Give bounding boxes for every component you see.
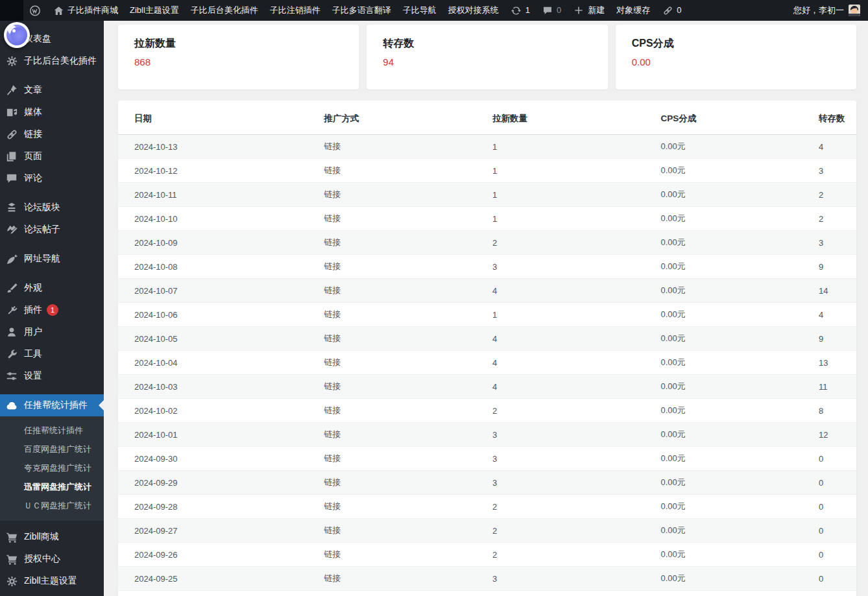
table-cell: 3 [492, 471, 660, 495]
sidebar-item-logout-plugin[interactable]: 子比注销插件 [0, 592, 104, 596]
new-content-menu[interactable]: 新建 [567, 0, 610, 21]
plus-icon [573, 5, 585, 16]
table-cell: 2024-10-11 [118, 183, 324, 207]
sidebar-item-tools[interactable]: 工具 [0, 343, 104, 365]
sidebar-label: 设置 [24, 370, 42, 382]
table-cell: 2 [492, 519, 660, 543]
table-cell: 3 [819, 231, 856, 255]
table-cell: 链接 [324, 159, 492, 183]
table-cell: 链接 [324, 471, 492, 495]
table-cell: 链接 [324, 255, 492, 279]
table-cell: 0.00元 [660, 495, 819, 519]
link-counter-menu[interactable]: 0 [656, 0, 687, 21]
sidebar-label: 链接 [24, 128, 42, 140]
sidebar-label: Zibll主题设置 [24, 575, 77, 587]
table-cell: 链接 [324, 591, 492, 596]
table-row: 2024-10-10链接10.00元2 [118, 207, 856, 231]
user-greeting[interactable]: 您好，李初一 [793, 5, 844, 16]
admin-bar: 子比插件商城 Zibll主题设置 子比后台美化插件 子比注销插件 子比多语言翻译… [0, 0, 868, 21]
table-cell: 2024-09-30 [118, 447, 324, 471]
sidebar-item-stats-plugin[interactable]: 任推帮统计插件 [0, 394, 104, 416]
table-cell: 2024-10-04 [118, 351, 324, 375]
table-row: 2024-09-30链接30.00元0 [118, 447, 856, 471]
topbar-item-multilang[interactable]: 子比多语言翻译 [326, 0, 397, 21]
topbar-item-backend-beautify[interactable]: 子比后台美化插件 [185, 0, 264, 21]
table-cell: 链接 [324, 447, 492, 471]
stats-plugin-submenu: 任推帮统计插件 百度网盘推广统计 夸克网盘推广统计 迅雷网盘推广统计 ＵＣ网盘推… [0, 416, 104, 521]
table-cell: 1 [492, 183, 660, 207]
col-header-saves: 转存数 [819, 101, 856, 135]
sidebar-label: 评论 [24, 173, 42, 184]
gear-icon [5, 54, 18, 67]
site-name-menu[interactable]: 子比插件商城 [47, 0, 124, 21]
table-cell: 4 [819, 303, 856, 327]
sidebar-item-links[interactable]: 链接 [0, 123, 104, 145]
submenu-item-stats-plugin[interactable]: 任推帮统计插件 [0, 421, 104, 440]
sidebar-item-appearance[interactable]: 外观 [0, 277, 104, 299]
sidebar-item-media[interactable]: 媒体 [0, 101, 104, 123]
sidebar-item-site-nav[interactable]: 网址导航 [0, 248, 104, 270]
sidebar-label: 子比后台美化插件 [24, 55, 97, 67]
table-row: 2024-10-12链接10.00元3 [118, 159, 856, 183]
avatar[interactable] [849, 5, 860, 16]
cart-icon [5, 530, 18, 543]
stats-table-card: 日期 推广方式 拉新数量 CPS分成 转存数 2024-10-13链接10.00… [118, 101, 856, 596]
comments-menu[interactable]: 0 [536, 0, 567, 21]
table-cell: 1 [492, 135, 660, 159]
table-row: 2024-10-04链接40.00元13 [118, 351, 856, 375]
moon-dot [12, 29, 16, 32]
sidebar-item-zibll-theme-settings[interactable]: Zibll主题设置 [0, 570, 104, 592]
sidebar-item-forum-sections[interactable]: 论坛版块 [0, 197, 104, 219]
table-cell: 1 [492, 303, 660, 327]
table-cell: 0 [819, 495, 856, 519]
table-cell: 2024-09-25 [118, 567, 324, 591]
night-mode-toggle-button[interactable] [4, 22, 30, 48]
topbar-item-zibll-theme-settings[interactable]: Zibll主题设置 [124, 0, 185, 21]
table-cell: 0 [819, 471, 856, 495]
stat-card-cps: CPS分成 0.00 [616, 25, 856, 89]
sidebar-label: 媒体 [24, 106, 42, 118]
sidebar-label: 插件 [24, 304, 42, 316]
submenu-label: ＵＣ网盘推广统计 [24, 501, 91, 510]
table-cell: 3 [492, 423, 660, 447]
submenu-item-uc-pan[interactable]: ＵＣ网盘推广统计 [0, 496, 104, 515]
sidebar-item-zibll-shop[interactable]: Zibll商城 [0, 526, 104, 548]
sidebar-item-comments[interactable]: 评论 [0, 167, 104, 189]
table-cell: 2 [492, 495, 660, 519]
sidebar-label: 用户 [24, 326, 42, 338]
stat-card-value: 94 [383, 56, 591, 67]
submenu-item-xunlei-pan[interactable]: 迅雷网盘推广统计 [0, 477, 104, 496]
main-content: 拉新数量 868 转存数 94 CPS分成 0.00 日期 推广方式 拉新数量 [104, 21, 868, 596]
wordpress-menu[interactable] [23, 0, 47, 21]
sidebar-item-backend-beautify[interactable]: 子比后台美化插件 [0, 50, 104, 72]
sidebar-item-posts[interactable]: 文章 [0, 79, 104, 101]
table-cell: 链接 [324, 543, 492, 567]
sidebar-item-plugins[interactable]: 插件 1 [0, 299, 104, 321]
sidebar-item-settings[interactable]: 设置 [0, 365, 104, 387]
stat-cards: 拉新数量 868 转存数 94 CPS分成 0.00 [118, 25, 856, 89]
table-row: 2024-10-07链接40.00元14 [118, 279, 856, 303]
topbar-item-zibll-nav[interactable]: 子比导航 [397, 0, 442, 21]
table-row: 2024-10-03链接40.00元11 [118, 375, 856, 399]
table-cell: 4 [492, 375, 660, 399]
submenu-item-quark-pan[interactable]: 夸克网盘推广统计 [0, 459, 104, 477]
table-cell: 0.00元 [660, 159, 819, 183]
table-row: 2024-10-02链接20.00元8 [118, 399, 856, 423]
table-cell: 3 [819, 159, 856, 183]
topbar-item-logout-plugin[interactable]: 子比注销插件 [264, 0, 326, 21]
sidebar-item-forum-posts[interactable]: 论坛帖子 [0, 219, 104, 241]
submenu-item-baidu-pan[interactable]: 百度网盘推广统计 [0, 440, 104, 459]
topbar-item-auth-system[interactable]: 授权对接系统 [442, 0, 505, 21]
table-cell: 0.00元 [660, 327, 819, 351]
comment-icon [5, 172, 18, 185]
table-cell: 链接 [324, 231, 492, 255]
sidebar-item-pages[interactable]: 页面 [0, 145, 104, 167]
table-cell: 2024-10-10 [118, 207, 324, 231]
sidebar-item-users[interactable]: 用户 [0, 321, 104, 343]
sidebar-item-auth-center[interactable]: 授权中心 [0, 548, 104, 570]
object-cache-menu[interactable]: 对象缓存 [610, 0, 656, 21]
table-cell: 0.00元 [660, 399, 819, 423]
table-cell: 3 [492, 447, 660, 471]
updates-menu[interactable]: 1 [505, 0, 536, 21]
table-cell: 14 [819, 279, 856, 303]
